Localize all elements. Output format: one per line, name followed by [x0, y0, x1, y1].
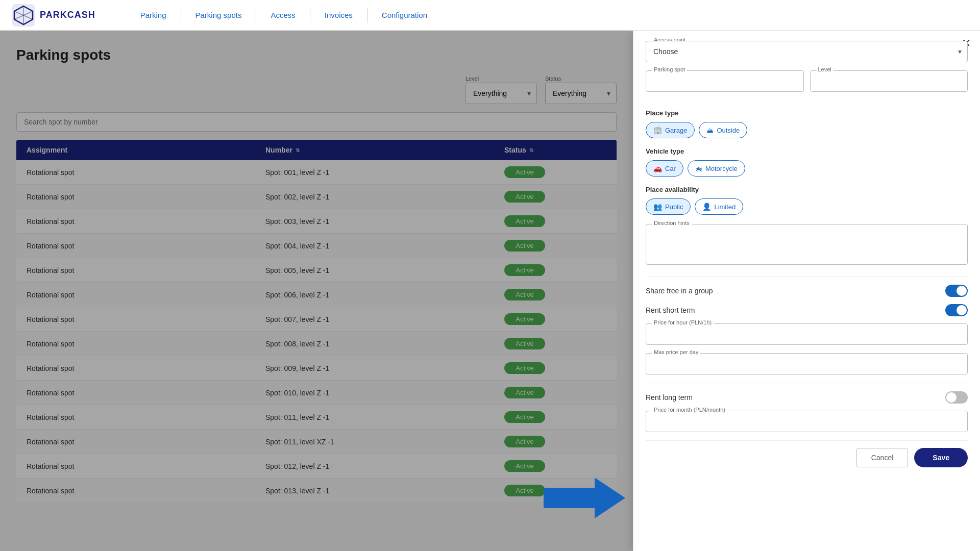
logo-icon [12, 4, 35, 27]
cell-status: Active [504, 362, 606, 374]
table-row[interactable]: Rotational spot Spot: 009, level Z -1 Ac… [16, 356, 617, 381]
table-row[interactable]: Rotational spot Spot: 001, level Z -1 Ac… [16, 160, 617, 185]
limited-icon: 👤 [702, 203, 711, 211]
table-row[interactable]: Rotational spot Spot: 002, level Z -1 Ac… [16, 185, 617, 209]
table-row[interactable]: Rotational spot Spot: 013, level Z -1 Ac… [16, 479, 617, 503]
table-row[interactable]: Rotational spot Spot: 011, level XZ -1 A… [16, 430, 617, 454]
cell-number: Spot: 012, level Z -1 [265, 462, 504, 470]
place-availability-label: Place availability [646, 186, 968, 193]
cell-number: Spot: 010, level Z -1 [265, 389, 504, 397]
availability-public-btn[interactable]: 👥 Public [646, 198, 691, 215]
place-availability-toggle-group: 👥 Public 👤 Limited [646, 198, 968, 215]
cell-status: Active [504, 264, 606, 276]
cell-number: Spot: 013, level Z -1 [265, 487, 504, 495]
status-badge: Active [504, 387, 545, 398]
cell-number: Spot: 011, level XZ -1 [265, 438, 504, 446]
max-price-day-group: Max price per day [646, 353, 968, 374]
availability-limited-btn[interactable]: 👤 Limited [695, 198, 743, 215]
vehicle-type-motorcycle-btn[interactable]: 🏍 Motorcycle [688, 160, 745, 177]
cell-status: Active [504, 460, 606, 472]
cell-number: Spot: 002, level Z -1 [265, 193, 504, 201]
status-badge: Active [504, 289, 545, 300]
cell-number: Spot: 006, level Z -1 [265, 291, 504, 299]
number-sort-icon[interactable]: ⇅ [296, 147, 300, 153]
cell-number: Spot: 005, level Z -1 [265, 266, 504, 274]
access-point-select-wrapper: Choose ▾ [646, 41, 968, 62]
level-input[interactable] [810, 70, 968, 92]
share-free-row: Share free in a group [646, 285, 968, 297]
access-point-section: Access point Choose ▾ Parking spot Level [646, 41, 968, 100]
vehicle-type-car-btn[interactable]: 🚗 Car [646, 160, 683, 177]
cell-assignment: Rotational spot [27, 389, 265, 397]
cell-assignment: Rotational spot [27, 413, 265, 421]
direction-hints-section: Direction hints [646, 224, 968, 267]
cell-status: Active [504, 485, 606, 496]
place-type-garage-btn[interactable]: 🏢 Garage [646, 122, 695, 138]
main-nav: Parking Parking spots Access Invoices Co… [126, 8, 442, 23]
status-select[interactable]: Everything [545, 83, 617, 104]
price-hour-label: Price for hour (PLN/1h) [652, 319, 714, 325]
level-select[interactable]: Everything [465, 83, 537, 104]
price-hour-input[interactable]: 5 [646, 323, 968, 345]
status-badge: Active [504, 485, 545, 496]
place-availability-section: Place availability 👥 Public 👤 Limited [646, 186, 968, 215]
rent-long-row: Rent long term [646, 391, 968, 404]
nav-parking-spots[interactable]: Parking spots [181, 8, 257, 23]
header-assignment: Assignment [27, 146, 265, 154]
status-badge: Active [504, 313, 545, 325]
table-row[interactable]: Rotational spot Spot: 003, level Z -1 Ac… [16, 209, 617, 234]
nav-configuration[interactable]: Configuration [368, 8, 442, 23]
price-month-group: Price for month (PLN/month) [646, 411, 968, 432]
status-badge: Active [504, 436, 545, 447]
save-button[interactable]: Save [914, 448, 968, 467]
nav-invoices[interactable]: Invoices [310, 8, 368, 23]
cell-assignment: Rotational spot [27, 462, 265, 470]
table-row[interactable]: Rotational spot Spot: 010, level Z -1 Ac… [16, 381, 617, 405]
cell-assignment: Rotational spot [27, 242, 265, 250]
cell-assignment: Rotational spot [27, 168, 265, 177]
parking-spot-label: Parking spot [652, 66, 687, 72]
outside-icon: ⛰ [706, 126, 714, 134]
vehicle-type-toggle-group: 🚗 Car 🏍 Motorcycle [646, 160, 968, 177]
level-filter-group: Level Everything ▾ [465, 76, 537, 104]
table-row[interactable]: Rotational spot Spot: 008, level Z -1 Ac… [16, 332, 617, 356]
content-area: Parking spots Level Everything ▾ Status … [0, 31, 633, 551]
share-free-toggle[interactable] [945, 285, 968, 297]
nav-access[interactable]: Access [256, 8, 310, 23]
status-badge: Active [504, 460, 545, 472]
price-month-input[interactable] [646, 411, 968, 432]
place-type-outside-btn[interactable]: ⛰ Outside [699, 122, 747, 138]
share-free-label: Share free in a group [646, 287, 713, 295]
cell-assignment: Rotational spot [27, 340, 265, 348]
status-badge: Active [504, 264, 545, 276]
level-select-wrapper: Everything ▾ [465, 83, 537, 104]
panel-footer: Cancel Save [646, 440, 968, 467]
table-row[interactable]: Rotational spot Spot: 006, level Z -1 Ac… [16, 283, 617, 307]
search-input[interactable] [16, 112, 617, 132]
rent-long-toggle[interactable] [945, 391, 968, 404]
nav-parking[interactable]: Parking [126, 8, 181, 23]
parking-spot-input[interactable] [646, 70, 804, 92]
cell-status: Active [504, 338, 606, 349]
table-row[interactable]: Rotational spot Spot: 005, level Z -1 Ac… [16, 258, 617, 283]
rent-short-toggle[interactable] [945, 304, 968, 316]
price-hour-group: Price for hour (PLN/1h) 5 [646, 323, 968, 345]
table-row[interactable]: Rotational spot Spot: 004, level Z -1 Ac… [16, 234, 617, 258]
access-point-select[interactable]: Choose [646, 41, 968, 62]
direction-hints-group: Direction hints [646, 224, 968, 267]
cancel-button[interactable]: Cancel [856, 448, 909, 467]
divider-2 [646, 383, 968, 383]
place-type-section: Place type 🏢 Garage ⛰ Outside [646, 109, 968, 138]
cell-assignment: Rotational spot [27, 364, 265, 372]
cell-number: Spot: 008, level Z -1 [265, 340, 504, 348]
table-row[interactable]: Rotational spot Spot: 012, level Z -1 Ac… [16, 454, 617, 479]
status-sort-icon[interactable]: ⇅ [529, 147, 533, 153]
table-row[interactable]: Rotational spot Spot: 011, level Z -1 Ac… [16, 405, 617, 430]
car-icon: 🚗 [653, 164, 662, 172]
vehicle-type-section: Vehicle type 🚗 Car 🏍 Motorcycle [646, 147, 968, 177]
max-price-day-input[interactable] [646, 353, 968, 374]
direction-hints-textarea[interactable] [646, 224, 968, 265]
cell-number: Spot: 007, level Z -1 [265, 315, 504, 323]
table-row[interactable]: Rotational spot Spot: 007, level Z -1 Ac… [16, 307, 617, 332]
cell-number: Spot: 003, level Z -1 [265, 217, 504, 226]
